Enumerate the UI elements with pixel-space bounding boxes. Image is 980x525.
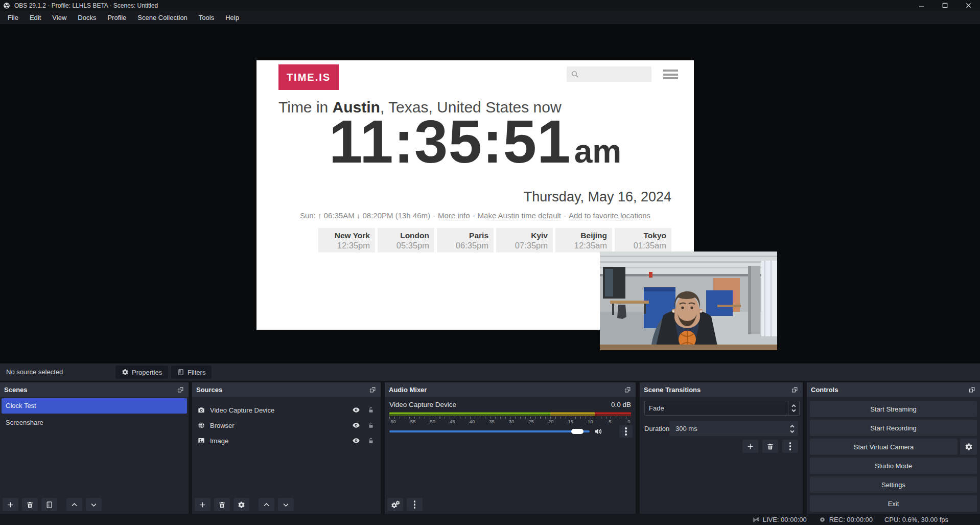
add-favorite-link: Add to favorite locations (569, 211, 650, 220)
scene-item-clock-test[interactable]: Clock Test (2, 398, 187, 414)
visibility-eye-icon[interactable] (352, 406, 360, 414)
menu-tools[interactable]: Tools (193, 12, 220, 24)
transition-menu-button[interactable] (782, 440, 798, 453)
current-date: Thursday, May 16, 2024 (524, 189, 671, 205)
properties-button[interactable]: Properties (115, 366, 168, 379)
visibility-eye-icon[interactable] (352, 437, 360, 445)
chevron-up-icon (71, 501, 78, 509)
start-streaming-button[interactable]: Start Streaming (810, 401, 977, 417)
start-recording-button[interactable]: Start Recording (810, 420, 977, 436)
sources-panel-header: Sources (192, 382, 381, 397)
add-scene-button[interactable] (3, 498, 18, 511)
audio-level-meter (389, 412, 631, 416)
spin-up-icon[interactable] (790, 425, 795, 428)
source-row-image[interactable]: Image (192, 433, 381, 448)
city-tile: Tokyo01:35am (615, 228, 671, 253)
duration-spinbox[interactable]: 300 ms (669, 421, 798, 436)
start-virtual-camera-button[interactable]: Start Virtual Camera (810, 439, 958, 455)
camera-icon (197, 406, 205, 414)
spin-down-icon[interactable] (790, 430, 795, 433)
visibility-eye-icon[interactable] (352, 421, 360, 429)
cpu-fps-stats: CPU: 0.6%, 30.00 fps (884, 516, 948, 523)
source-toolbar: No source selected Properties Filters (0, 363, 980, 381)
menu-bar: File Edit View Docks Profile Scene Colle… (0, 11, 980, 24)
lock-icon[interactable] (367, 406, 375, 414)
city-tile: Kyiv07:35pm (496, 228, 553, 253)
source-row-browser[interactable]: Browser (192, 418, 381, 433)
menu-profile[interactable]: Profile (102, 12, 132, 24)
duration-label: Duration (644, 425, 669, 432)
maximize-button[interactable] (933, 0, 956, 11)
add-transition-button[interactable] (742, 440, 758, 453)
dock-popout-icon[interactable] (624, 386, 632, 394)
filter-icon (177, 369, 184, 376)
preview-canvas[interactable]: TIME.IS Time in Austin, Texas, United St… (0, 24, 980, 363)
scenes-panel-header: Scenes (0, 382, 189, 397)
source-properties-button[interactable] (234, 498, 249, 511)
city-tile: Paris06:35pm (437, 228, 494, 253)
lock-icon[interactable] (367, 422, 375, 429)
mixer-menu-button[interactable] (407, 498, 423, 511)
scenes-panel: Scenes Clock Test Screenshare (0, 382, 189, 514)
virtual-camera-settings-button[interactable] (960, 439, 977, 455)
filters-button[interactable]: Filters (171, 366, 212, 379)
volume-slider-handle[interactable] (571, 429, 584, 434)
menu-docks[interactable]: Docks (72, 12, 102, 24)
minimize-button[interactable] (909, 0, 933, 11)
transition-selected-value: Fade (645, 404, 788, 412)
menu-file[interactable]: File (2, 12, 24, 24)
remove-transition-button[interactable] (762, 440, 778, 453)
transition-select[interactable]: Fade (644, 401, 800, 416)
transition-select-arrows[interactable] (788, 401, 799, 415)
controls-panel-header: Controls (807, 382, 980, 397)
dock-popout-icon[interactable] (791, 386, 799, 394)
settings-button[interactable]: Settings (810, 476, 977, 493)
move-source-down-button[interactable] (278, 498, 294, 511)
obs-logo-icon (3, 2, 10, 9)
mixer-channel-menu-button[interactable] (619, 425, 633, 438)
menu-scene-collection[interactable]: Scene Collection (132, 12, 193, 24)
scene-item-screenshare[interactable]: Screenshare (2, 415, 187, 430)
add-source-button[interactable] (195, 498, 211, 511)
chevron-down-icon (90, 501, 98, 509)
menu-help[interactable]: Help (220, 12, 245, 24)
city-tile: New York12:35pm (318, 228, 375, 253)
meter-scale: -60-55-50-45-40-35-30-25-20-15-10-50 (387, 419, 635, 424)
remove-scene-button[interactable] (22, 498, 38, 511)
city-tile: London05:35pm (378, 228, 434, 253)
search-input (567, 66, 651, 82)
speaker-icon[interactable] (594, 427, 603, 436)
exit-button[interactable]: Exit (810, 495, 977, 512)
studio-mode-button[interactable]: Studio Mode (810, 458, 977, 474)
volume-slider[interactable] (389, 430, 590, 432)
scene-transitions-header: Scene Transitions (640, 382, 803, 397)
dock-popout-icon[interactable] (177, 386, 184, 394)
search-icon (571, 70, 579, 79)
menu-edit[interactable]: Edit (24, 12, 46, 24)
remove-source-button[interactable] (214, 498, 230, 511)
audio-mixer-header: Audio Mixer (385, 382, 636, 397)
chevron-down-icon (791, 409, 796, 412)
advanced-audio-button[interactable] (387, 498, 403, 511)
move-scene-down-button[interactable] (86, 498, 102, 511)
world-cities-row: New York12:35pm London05:35pm Paris06:35… (318, 228, 671, 253)
move-scene-up-button[interactable] (66, 498, 82, 511)
scene-filters-button[interactable] (41, 498, 57, 511)
source-status-text: No source selected (6, 368, 63, 376)
menu-view[interactable]: View (46, 12, 72, 24)
trash-icon (26, 501, 34, 509)
duration-value: 300 ms (669, 425, 786, 432)
image-icon (197, 437, 205, 445)
dock-popout-icon[interactable] (369, 386, 377, 394)
sources-panel: Sources Video Capture Device Browser Ima… (192, 382, 381, 514)
gear-icon (965, 443, 973, 451)
chevron-up-icon (791, 404, 796, 407)
sun-info-line: Sun: ↑ 06:35AM ↓ 08:20PM (13h 46m)-More … (256, 211, 694, 220)
rec-timecode: REC: 00:00:00 (829, 516, 873, 523)
move-source-up-button[interactable] (259, 498, 274, 511)
close-button[interactable] (956, 0, 980, 11)
program-preview[interactable]: TIME.IS Time in Austin, Texas, United St… (204, 29, 777, 352)
lock-icon[interactable] (367, 437, 375, 444)
source-row-video-capture[interactable]: Video Capture Device (192, 402, 381, 418)
dock-popout-icon[interactable] (968, 386, 976, 394)
